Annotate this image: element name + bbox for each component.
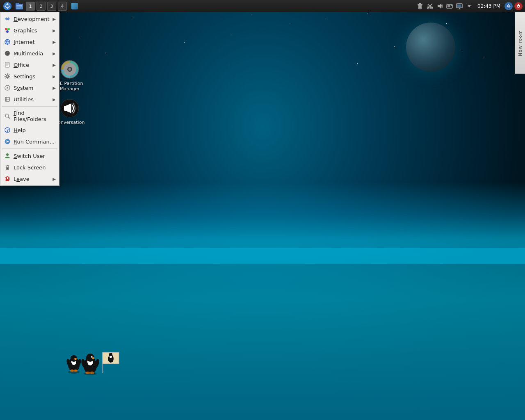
help-label: Help: [14, 127, 56, 133]
development-arrow: ▶: [52, 17, 56, 21]
run-label: Run Comman...: [14, 139, 56, 145]
conversation-icon: [60, 98, 80, 118]
svg-point-15: [92, 356, 93, 357]
svg-point-69: [7, 28, 10, 30]
window-title-area[interactable]: [68, 1, 83, 11]
utilities-icon: [4, 96, 11, 103]
find-label: Find Files/Folders: [14, 110, 56, 122]
taskbar-right: 02:43 PM: [413, 2, 525, 10]
network-icon[interactable]: [504, 2, 513, 10]
internet-label: Internet: [14, 39, 50, 45]
svg-point-68: [5, 28, 7, 30]
systray-expand-button[interactable]: [465, 2, 473, 10]
svg-marker-61: [468, 5, 471, 7]
file-manager-button[interactable]: [14, 1, 25, 11]
svg-rect-40: [16, 8, 21, 9]
leave-label: Leave: [14, 176, 50, 182]
menu-item-find[interactable]: Find Files/Folders: [0, 108, 59, 124]
power-icon[interactable]: [514, 2, 523, 10]
menu-separator-2: [2, 148, 57, 149]
moon: [406, 23, 455, 72]
office-label: Office: [14, 62, 50, 68]
svg-point-86: [5, 114, 9, 117]
volume-icon[interactable]: [436, 2, 444, 10]
svg-point-51: [429, 5, 431, 7]
switchuser-icon: [4, 152, 11, 160]
multimedia-label: Multimedia: [14, 50, 50, 57]
graphics-label: Graphics: [14, 27, 50, 34]
workspace-2-button[interactable]: 2: [37, 2, 46, 11]
svg-rect-76: [5, 62, 9, 67]
monitor-icon[interactable]: [455, 2, 463, 10]
menu-item-help[interactable]: ? Help: [0, 124, 59, 136]
svg-point-5: [74, 358, 77, 360]
menu-item-development[interactable]: Development ▶: [0, 13, 59, 25]
svg-point-26: [109, 353, 112, 356]
multimedia-icon: [4, 50, 11, 57]
menu-item-graphics[interactable]: Graphics ▶: [0, 25, 59, 36]
svg-point-92: [6, 153, 9, 156]
leave-icon: [4, 175, 11, 183]
system-arrow: ▶: [52, 86, 56, 90]
svg-rect-38: [16, 5, 22, 6]
menu-item-run[interactable]: Run Comman...: [0, 136, 59, 147]
office-arrow: ▶: [52, 63, 56, 67]
menu-item-office[interactable]: Office ▶: [0, 59, 59, 71]
svg-point-94: [7, 168, 8, 169]
internet-icon: [4, 38, 11, 46]
system-label: System: [14, 85, 50, 91]
partition-manager-label: DE PartitionManager: [57, 81, 83, 91]
tools-icon[interactable]: [426, 2, 434, 10]
development-label: Development: [14, 16, 50, 22]
desktop: DE PartitionManager Conversation: [0, 0, 525, 420]
svg-rect-42: [418, 4, 422, 5]
lockscreen-icon: [4, 164, 11, 171]
workspace-3-button[interactable]: 3: [47, 2, 56, 11]
menu-item-internet[interactable]: Internet ▶: [0, 36, 59, 48]
settings-icon: [4, 73, 11, 80]
svg-point-27: [68, 370, 80, 374]
svg-rect-60: [457, 5, 461, 7]
menu-item-lockscreen[interactable]: Lock Screen: [0, 162, 59, 173]
find-icon: [4, 112, 11, 120]
partition-manager-icon: [60, 59, 80, 79]
workspace-4-button[interactable]: 4: [58, 2, 67, 11]
menu-item-utilities[interactable]: Utilities ▶: [0, 94, 59, 105]
svg-point-16: [92, 357, 94, 359]
svg-point-28: [84, 372, 97, 375]
projector-icon[interactable]: [445, 2, 454, 10]
new-room-label: New room: [518, 30, 523, 56]
window-icon: [71, 3, 78, 9]
taskbar-left: 1 2 3 4: [0, 1, 84, 11]
workspace-1-button[interactable]: 1: [26, 2, 35, 11]
system-icon: [4, 84, 11, 91]
new-room-panel[interactable]: New room: [515, 12, 525, 74]
menu-item-multimedia[interactable]: Multimedia ▶: [0, 48, 59, 59]
app-launcher-button[interactable]: [2, 1, 13, 11]
svg-point-82: [7, 87, 8, 89]
svg-point-75: [7, 53, 8, 54]
settings-arrow: ▶: [52, 74, 56, 79]
menu-item-switchuser[interactable]: Switch User: [0, 150, 59, 162]
system-clock[interactable]: 02:43 PM: [475, 3, 503, 9]
trash-icon[interactable]: [416, 2, 424, 10]
svg-line-87: [8, 117, 10, 119]
svg-rect-43: [419, 3, 421, 4]
svg-point-70: [6, 30, 9, 33]
menu-item-system[interactable]: System ▶: [0, 82, 59, 94]
menu-separator-1: [2, 106, 57, 107]
menu-item-settings[interactable]: Settings ▶: [0, 71, 59, 82]
svg-rect-37: [16, 3, 19, 5]
svg-point-55: [451, 5, 452, 6]
settings-label: Settings: [14, 73, 50, 80]
lockscreen-label: Lock Screen: [14, 164, 56, 171]
office-icon: [4, 61, 11, 68]
app-menu: Development ▶ Graphics ▶ Internet ▶: [0, 12, 59, 186]
svg-marker-52: [438, 4, 441, 9]
menu-item-leave[interactable]: Leave ▶: [0, 173, 59, 185]
svg-point-32: [68, 68, 71, 71]
svg-point-80: [6, 75, 9, 78]
multimedia-arrow: ▶: [52, 51, 56, 56]
switchuser-label: Switch User: [14, 153, 56, 159]
svg-rect-34: [64, 106, 66, 111]
